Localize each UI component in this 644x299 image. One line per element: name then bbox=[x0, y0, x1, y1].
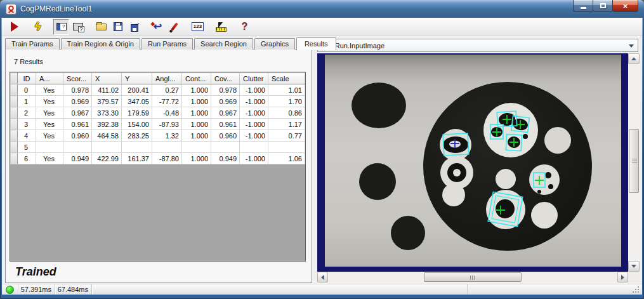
row-header[interactable] bbox=[11, 84, 18, 96]
row-header[interactable] bbox=[11, 119, 18, 130]
cell[interactable]: 1.06 bbox=[268, 153, 305, 164]
row-header[interactable] bbox=[11, 107, 18, 119]
reset-button[interactable]: ↩ bbox=[150, 19, 166, 35]
cell[interactable]: Yes bbox=[36, 84, 63, 96]
table-row[interactable]: 1Yes0.969379.57347.05-77.721.0000.969-1.… bbox=[11, 96, 305, 107]
cell[interactable]: 1.57 bbox=[268, 142, 305, 153]
cell[interactable]: 379.57 bbox=[92, 96, 122, 107]
tab-train-params[interactable]: Train Params bbox=[5, 38, 60, 50]
scroll-down-button[interactable] bbox=[628, 261, 640, 272]
cell[interactable]: 0.961 bbox=[211, 119, 240, 130]
column-header-a[interactable]: A... bbox=[36, 73, 63, 84]
cell[interactable]: 1.000 bbox=[182, 84, 211, 96]
table-row[interactable]: 3Yes0.961392.38154.00-87.931.0000.961-1.… bbox=[11, 119, 305, 130]
cell[interactable]: 1.000 bbox=[182, 130, 211, 142]
column-header-y[interactable]: Y bbox=[122, 73, 152, 84]
column-header-id[interactable]: ID bbox=[18, 73, 36, 84]
cell[interactable]: -1.000 bbox=[240, 153, 268, 164]
cell[interactable]: -87.93 bbox=[152, 119, 182, 130]
cell[interactable]: 1.01 bbox=[268, 84, 305, 96]
scroll-up-button[interactable] bbox=[628, 53, 640, 64]
cell[interactable]: 0.949 bbox=[63, 153, 92, 164]
cell[interactable]: 0.969 bbox=[211, 96, 240, 107]
title-bar[interactable]: CogPMRedLineTool1 × bbox=[0, 0, 644, 18]
results-grid[interactable]: IDA...Scor...XYAngl...Cont...Cov...Clutt… bbox=[10, 72, 306, 262]
cell[interactable]: 464.58 bbox=[92, 130, 122, 142]
column-header-scor[interactable]: Scor... bbox=[63, 73, 92, 84]
tab-graphics[interactable]: Graphics bbox=[254, 38, 295, 50]
cell[interactable]: 1.000 bbox=[182, 119, 211, 130]
cell[interactable]: 0.960 bbox=[63, 130, 92, 142]
horizontal-scrollbar[interactable] bbox=[317, 272, 628, 282]
scroll-right-button[interactable] bbox=[617, 272, 628, 282]
cell[interactable]: Yes bbox=[36, 142, 63, 153]
save-button[interactable] bbox=[110, 19, 126, 35]
cell[interactable]: -1.000 bbox=[240, 142, 268, 153]
cell[interactable]: -87.52 bbox=[152, 142, 182, 153]
cell[interactable]: 5 bbox=[18, 142, 36, 153]
cell[interactable]: 0.978 bbox=[211, 84, 240, 96]
cell[interactable]: 154.00 bbox=[122, 119, 152, 130]
cell[interactable]: 1.000 bbox=[182, 96, 211, 107]
cell[interactable]: 0.27 bbox=[152, 84, 182, 96]
cell[interactable]: 0.86 bbox=[268, 107, 305, 119]
cell[interactable]: 281.69 bbox=[92, 142, 122, 153]
cell[interactable]: 1.000 bbox=[182, 142, 211, 153]
cell[interactable]: 1.32 bbox=[152, 130, 182, 142]
open-file-button[interactable] bbox=[93, 19, 109, 35]
table-row[interactable]: 2Yes0.967373.30179.59-0.481.0000.967-1.0… bbox=[11, 107, 305, 119]
cell[interactable]: -1.000 bbox=[240, 130, 268, 142]
cell[interactable]: 0.978 bbox=[63, 84, 92, 96]
cell[interactable]: 347.05 bbox=[122, 96, 152, 107]
cell[interactable]: 373.30 bbox=[92, 107, 122, 119]
units-button[interactable] bbox=[213, 19, 229, 35]
table-row[interactable]: 5Yes0.952281.69203.13-87.521.0000.952-1.… bbox=[11, 142, 305, 153]
cell[interactable]: Yes bbox=[36, 107, 63, 119]
cell[interactable]: -0.48 bbox=[152, 107, 182, 119]
row-header[interactable] bbox=[11, 142, 18, 153]
cell[interactable]: -77.72 bbox=[152, 96, 182, 107]
cell[interactable]: 200.41 bbox=[122, 84, 152, 96]
cell[interactable]: 0.967 bbox=[63, 107, 92, 119]
cell[interactable]: 161.37 bbox=[122, 153, 152, 164]
cell[interactable]: 392.38 bbox=[92, 119, 122, 130]
column-header-clutter[interactable]: Clutter bbox=[240, 73, 268, 84]
cell[interactable]: 411.02 bbox=[92, 84, 122, 96]
column-header-cov[interactable]: Cov... bbox=[211, 73, 240, 84]
save-as-button[interactable] bbox=[126, 19, 142, 35]
cell[interactable]: -1.000 bbox=[240, 107, 268, 119]
run-button[interactable] bbox=[6, 19, 22, 35]
cell[interactable]: 2 bbox=[18, 107, 36, 119]
scroll-left-button[interactable] bbox=[317, 272, 328, 282]
cell[interactable]: 0 bbox=[18, 84, 36, 96]
cell[interactable]: Yes bbox=[36, 153, 63, 164]
cell[interactable]: -87.80 bbox=[152, 153, 182, 164]
cell[interactable]: 0.949 bbox=[211, 153, 240, 164]
cell[interactable]: 1.000 bbox=[182, 153, 211, 164]
tab-train-region-origin[interactable]: Train Region & Origin bbox=[61, 38, 140, 50]
maximize-button[interactable] bbox=[593, 0, 613, 12]
cell[interactable]: 422.99 bbox=[92, 153, 122, 164]
image-display[interactable] bbox=[325, 55, 621, 267]
cell[interactable]: 0.952 bbox=[211, 142, 240, 153]
cell[interactable]: 4 bbox=[18, 130, 36, 142]
help-button[interactable]: ? bbox=[237, 19, 253, 35]
table-row[interactable]: 0Yes0.978411.02200.410.271.0000.978-1.00… bbox=[11, 84, 305, 96]
cell[interactable]: 0.77 bbox=[268, 130, 305, 142]
minimize-button[interactable] bbox=[573, 0, 593, 12]
tool-display-button[interactable] bbox=[53, 19, 69, 35]
cell[interactable]: Yes bbox=[36, 130, 63, 142]
cell[interactable]: 0.967 bbox=[211, 107, 240, 119]
vertical-scroll-thumb[interactable] bbox=[629, 129, 639, 193]
resize-grip[interactable] bbox=[633, 286, 640, 293]
vertical-scrollbar[interactable] bbox=[628, 53, 640, 272]
cell[interactable]: -1.000 bbox=[240, 119, 268, 130]
tab-results[interactable]: Results bbox=[296, 37, 336, 50]
cell[interactable]: 1 bbox=[18, 96, 36, 107]
column-header-cont[interactable]: Cont... bbox=[182, 73, 211, 84]
horizontal-scroll-thumb[interactable] bbox=[424, 272, 522, 282]
tab-search-region[interactable]: Search Region bbox=[194, 38, 253, 50]
column-header-angl[interactable]: Angl... bbox=[152, 73, 182, 84]
row-header[interactable] bbox=[11, 96, 18, 107]
row-header[interactable] bbox=[11, 130, 18, 142]
